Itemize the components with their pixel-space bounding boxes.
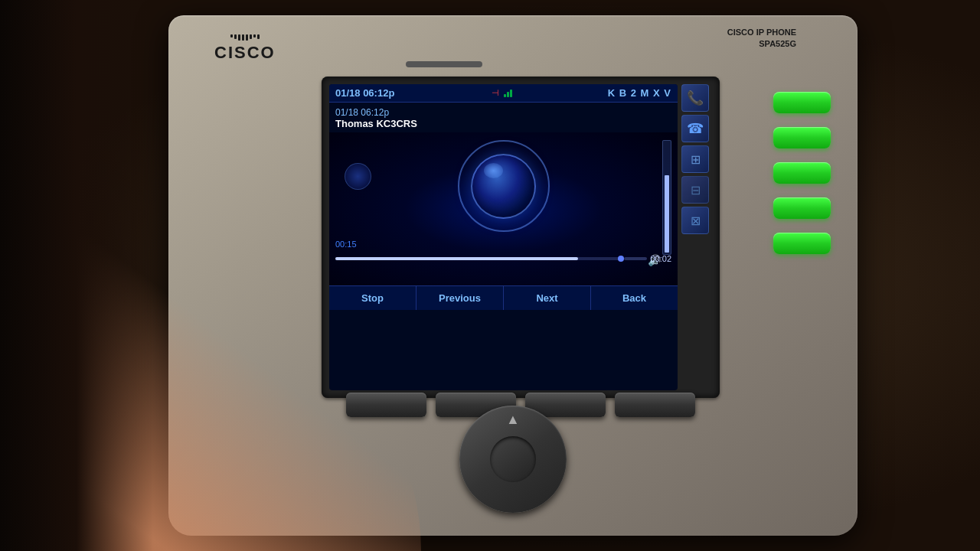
caller-name: Thomas KC3CRS <box>335 118 671 129</box>
screen-notch <box>406 61 482 67</box>
softkey-next[interactable]: Next <box>504 286 591 310</box>
cisco-bars <box>230 34 260 41</box>
cisco-bar-4 <box>242 34 244 41</box>
green-button-3[interactable] <box>773 162 831 184</box>
cisco-brand-text: CISCO <box>214 43 276 63</box>
phone-model-label: CISCO IP PHONE SPA525G <box>727 27 796 51</box>
side-icon-grid-2[interactable]: ⊟ <box>681 176 709 204</box>
phone-icon-2: ☎ <box>687 120 704 137</box>
softkey-stop[interactable]: Stop <box>329 286 416 310</box>
cisco-bar-5 <box>246 34 248 41</box>
progress-fill <box>335 257 578 260</box>
green-buttons-panel <box>773 92 835 254</box>
green-button-5[interactable] <box>773 233 831 254</box>
speaker-inner-cone <box>471 154 536 219</box>
softkey-previous[interactable]: Previous <box>416 286 504 310</box>
grid-icon-1: ⊞ <box>691 152 701 167</box>
cisco-bar-3 <box>238 34 240 41</box>
time-elapsed: 00:15 <box>335 240 357 249</box>
cisco-bar-1 <box>230 34 233 37</box>
status-datetime: 01/18 06:12p <box>335 87 394 99</box>
progress-thumb <box>618 256 624 262</box>
grid-icon-3: ⊠ <box>691 214 701 228</box>
phone-model-line1: CISCO IP PHONE <box>727 27 796 38</box>
status-letters: K B 2 M X V <box>608 87 671 99</box>
phone-softkey-btn-4[interactable] <box>615 393 695 417</box>
cisco-logo: CISCO <box>214 34 276 63</box>
nav-outer-ring[interactable]: ▲ <box>459 406 567 513</box>
side-icon-phone-2[interactable]: ☎ <box>681 115 709 142</box>
nav-up-arrow: ▲ <box>506 412 520 428</box>
time-remaining: 00:02 <box>650 254 671 263</box>
side-icon-grid-3[interactable]: ⊠ <box>681 207 709 234</box>
progress-track <box>335 257 621 260</box>
softkey-bar: Stop Previous Next Back <box>329 285 678 310</box>
hand-shadow-left <box>0 0 153 551</box>
status-bar: 01/18 06:12p ⊣ K B 2 M X V <box>329 84 678 103</box>
divider-icon: ⊣ <box>492 88 499 98</box>
nav-circle: ▲ <box>459 406 567 513</box>
side-icon-grid-1[interactable]: ⊞ <box>681 145 709 173</box>
main-display: 🔊 00:15 00:02 <box>329 132 678 285</box>
phone-icon-1: 📞 <box>687 90 704 106</box>
screen-bezel: 01/18 06:12p ⊣ K B 2 M X V 01/18 06:12p … <box>322 77 720 398</box>
sig-bar-3 <box>510 90 512 97</box>
speaker-highlight <box>484 163 503 178</box>
speaker-visualization <box>458 140 550 232</box>
nav-center-button[interactable] <box>490 436 536 482</box>
sig-bar-1 <box>504 94 506 97</box>
volume-fill <box>665 175 669 253</box>
progress-remaining <box>624 257 647 260</box>
cisco-bar-8 <box>257 34 260 39</box>
grid-icon-2: ⊟ <box>691 183 701 197</box>
green-button-1[interactable] <box>773 92 831 113</box>
phone-model-line2: SPA525G <box>727 38 796 50</box>
green-button-2[interactable] <box>773 127 831 148</box>
side-icon-phone-1[interactable]: 📞 <box>681 84 709 112</box>
volume-bar <box>662 140 671 255</box>
signal-bars <box>504 90 512 97</box>
progress-bar-area: 00:02 <box>335 255 671 262</box>
speaker-outer-ring <box>458 140 550 232</box>
green-button-4[interactable] <box>773 197 831 219</box>
small-speaker-icon <box>345 163 371 190</box>
sig-bar-2 <box>507 92 509 97</box>
call-datetime: 01/18 06:12p <box>335 107 671 118</box>
softkey-back[interactable]: Back <box>591 286 678 310</box>
call-info: 01/18 06:12p Thomas KC3CRS <box>329 103 678 132</box>
lcd-screen: 01/18 06:12p ⊣ K B 2 M X V 01/18 06:12p … <box>329 84 678 390</box>
side-icons-panel: 📞 ☎ ⊞ ⊟ ⊠ <box>681 84 712 390</box>
status-icons: ⊣ <box>490 88 512 98</box>
cisco-bar-7 <box>253 34 256 37</box>
cisco-bar-2 <box>234 34 237 39</box>
cisco-bar-6 <box>250 34 252 39</box>
